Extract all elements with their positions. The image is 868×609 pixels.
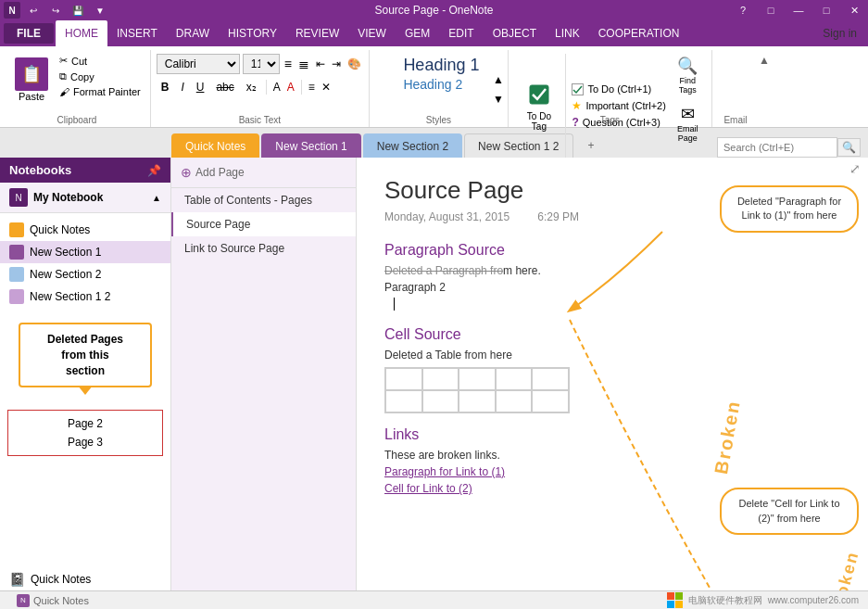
deleted-page-2[interactable]: Page 2 (12, 414, 158, 433)
menu-gem[interactable]: GEM (396, 20, 439, 46)
list-unordered-icon[interactable]: ≡ (283, 55, 294, 73)
tag-todo[interactable]: To Do (Ctrl+1) (572, 82, 666, 96)
table-cell-5 (532, 368, 569, 390)
menu-cooperation[interactable]: COOPERATION (589, 20, 689, 46)
expand-content-icon[interactable]: ⤢ (849, 161, 861, 176)
menu-insert[interactable]: INSERT (107, 20, 167, 46)
copy-icon: ⧉ (59, 70, 67, 82)
title-bar-left: N ↩ ↪ 💾 ▼ (0, 0, 109, 20)
subscript-button[interactable]: x₂ (242, 77, 261, 97)
strikethrough-button[interactable]: abc (211, 77, 238, 97)
font-row-2: B I U abc x₂ A A ≡ ✕ (157, 77, 333, 97)
copy-button[interactable]: ⧉ Copy (56, 70, 145, 83)
bold-button[interactable]: B (157, 77, 174, 97)
page-source[interactable]: Source Page (171, 212, 356, 236)
copy-label: Copy (70, 71, 94, 82)
page-link-to-source[interactable]: Link to Source Page (171, 236, 356, 260)
save-icon[interactable]: 💾 (69, 0, 87, 20)
deleted-pages-callout: Deleted Pages from this section (19, 323, 152, 387)
sign-in-button[interactable]: Sign in (813, 20, 866, 46)
scissors-icon: ✂ (59, 55, 68, 67)
help-button[interactable]: ? (729, 0, 757, 20)
sidebar-pin-icon[interactable]: 📌 (147, 164, 161, 177)
paste-icon: 📋 (15, 57, 48, 91)
menu-draw[interactable]: DRAW (167, 20, 219, 46)
menu-view[interactable]: VIEW (348, 20, 396, 46)
deleted-text-1: Deleted a Paragraph fro (384, 264, 503, 277)
sidebar-bottom-quick-notes[interactable]: 📓 Quick Notes (0, 568, 170, 590)
clear-format-button[interactable]: ✕ (320, 79, 333, 95)
heading-paragraph-source: Paragraph Source (384, 242, 840, 259)
para-link-1[interactable]: Paragraph for Link to (1) (384, 465, 840, 478)
list-ordered-icon[interactable]: ≣ (296, 55, 311, 73)
format-painter-button[interactable]: 🖌 Format Painter (56, 85, 145, 98)
notebook-expand-icon[interactable]: ▲ (152, 193, 161, 203)
sidebar-item-new-section-2[interactable]: New Section 2 (0, 263, 170, 285)
menu-history[interactable]: HISTORY (219, 20, 286, 46)
cursor-line (394, 298, 395, 311)
notebook-main-item[interactable]: N My Notebook ▲ (0, 183, 170, 213)
sidebar-item-new-section-12[interactable]: New Section 1 2 (0, 285, 170, 308)
table-cell-6 (385, 390, 422, 412)
decrease-indent-icon[interactable]: ⇤ (314, 56, 327, 72)
menu-link[interactable]: LINK (546, 20, 589, 46)
todo-checkbox-icon (572, 83, 584, 95)
increase-indent-icon[interactable]: ⇥ (330, 56, 343, 72)
ribbon-group-basic-text: Calibri 11 ≡ ≣ ⇤ ⇥ 🎨 B I U abc x₂ A A (151, 50, 370, 127)
onenote-logo-icon[interactable]: N (4, 2, 20, 19)
text-align-button[interactable]: ≡ (307, 79, 317, 95)
font-family-select[interactable]: Calibri (157, 54, 240, 74)
menu-review[interactable]: REVIEW (286, 20, 348, 46)
sidebar-item-new-section-1[interactable]: New Section 1 (0, 241, 170, 263)
highlight-dropdown-icon[interactable]: 🎨 (346, 56, 363, 72)
tab-new-section-2[interactable]: New Section 2 (363, 133, 462, 158)
font-color-button[interactable]: A (285, 79, 296, 95)
heading1-style[interactable]: Heading 1 (403, 56, 479, 75)
paste-button[interactable]: 📋 Paste (9, 54, 54, 106)
menu-home[interactable]: HOME (56, 20, 107, 46)
italic-button[interactable]: I (176, 77, 188, 97)
redo-icon[interactable]: ↪ (46, 0, 65, 20)
minimize-button[interactable]: — (785, 0, 812, 20)
heading2-style[interactable]: Heading 2 (403, 77, 462, 92)
font-size-select[interactable]: 11 (243, 54, 280, 74)
ribbon-toggle-button[interactable]: □ (757, 0, 785, 20)
close-button[interactable]: ✕ (840, 0, 868, 20)
styles-scroll-up[interactable]: ▲ (493, 73, 504, 86)
page-toc[interactable]: Table of Contents - Pages (171, 188, 356, 212)
underline-button[interactable]: U (192, 77, 209, 97)
tab-quick-notes[interactable]: Quick Notes (171, 133, 259, 158)
deleted-pages-box: Page 2 Page 3 (7, 410, 163, 456)
table-cell-2 (422, 368, 459, 390)
todo-tag-button[interactable]: To DoTag (518, 54, 566, 158)
menu-file[interactable]: FILE (4, 23, 54, 44)
menu-object[interactable]: OBJECT (484, 20, 546, 46)
more-quick-access-icon[interactable]: ▼ (91, 0, 109, 20)
deleted-page-3[interactable]: Page 3 (12, 433, 158, 451)
bottom-bar: N Quick Notes 电脑软硬件教程网 www.computer26.co… (0, 590, 868, 609)
tag-important[interactable]: ★ Important (Ctrl+2) (572, 98, 666, 113)
highlight-color-button[interactable]: A (271, 79, 283, 95)
menu-edit[interactable]: EDIT (439, 20, 483, 46)
star-icon: ★ (572, 99, 582, 112)
content-area: ⤢ Source Page Monday, August 31, 2015 6:… (357, 158, 868, 590)
find-tags-button[interactable]: 🔍 FindTags (673, 54, 701, 96)
table-cell-7 (422, 390, 459, 412)
maximize-button[interactable]: □ (812, 0, 840, 20)
collapse-ribbon-icon[interactable]: ▲ (759, 54, 770, 67)
ribbon-collapse-button[interactable]: ▲ (759, 50, 770, 127)
add-page-button[interactable]: ⊕ Add Page (181, 163, 245, 182)
sidebar-item-quick-notes[interactable]: Quick Notes (0, 219, 170, 241)
title-bar: N ↩ ↪ 💾 ▼ Source Page - OneNote ? □ — □ … (0, 0, 868, 20)
search-input[interactable] (717, 137, 837, 158)
tab-new-section-1[interactable]: New Section 1 (261, 133, 360, 158)
basic-text-label: Basic Text (151, 115, 369, 125)
sidebar-bottom: 📓 Quick Notes (0, 568, 170, 590)
table-cell-9 (496, 390, 533, 412)
undo-icon[interactable]: ↩ (24, 0, 43, 20)
search-icon[interactable]: 🔍 (837, 138, 861, 157)
sidebar-section-quick-notes-label: Quick Notes (30, 223, 90, 236)
cut-button[interactable]: ✂ Cut (56, 54, 145, 68)
bottom-quick-notes-item[interactable]: N Quick Notes (9, 594, 96, 607)
styles-scroll-down[interactable]: ▼ (493, 93, 504, 106)
